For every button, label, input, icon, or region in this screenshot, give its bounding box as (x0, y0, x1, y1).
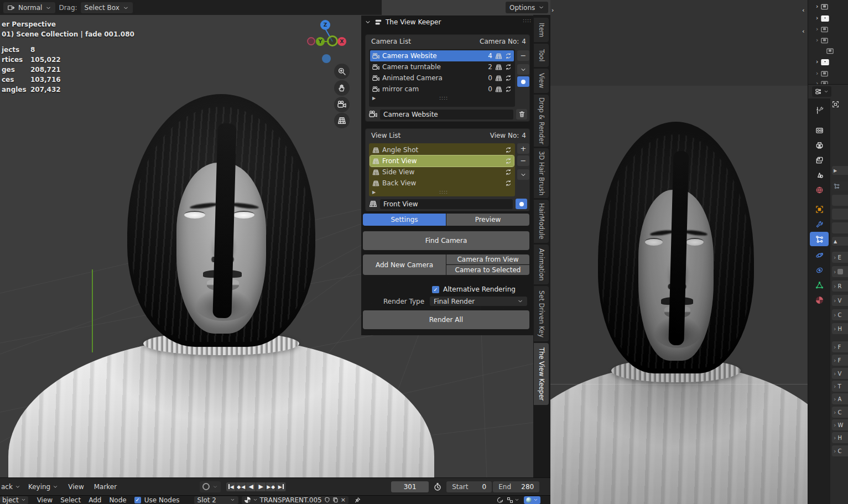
tab-hairmodule[interactable]: HairModule (534, 200, 549, 243)
render-all-button[interactable]: Render All (363, 310, 529, 329)
cut-field[interactable] (832, 195, 848, 206)
panel-grip[interactable]: :::: (523, 18, 532, 23)
gizmo-y-axis[interactable]: Y (316, 37, 325, 46)
chevron-down-icon[interactable] (253, 497, 258, 502)
outliner-row[interactable]: › (816, 57, 830, 66)
refresh-icon[interactable] (505, 147, 512, 153)
frame-start-field[interactable]: Start 0 (446, 481, 492, 492)
tab-particle-properties-active[interactable] (810, 232, 829, 246)
tab-render-properties[interactable] (810, 123, 829, 137)
pin-icon[interactable] (354, 497, 361, 503)
camera-view-button[interactable] (334, 97, 350, 112)
snap-icon[interactable] (497, 497, 503, 503)
pan-button[interactable] (334, 80, 350, 96)
view-list-menu-button[interactable] (517, 169, 529, 180)
gizmo-x-axis[interactable]: X (337, 37, 346, 46)
current-frame-field[interactable]: 301 (391, 481, 429, 492)
tab-view[interactable]: View (534, 69, 549, 93)
shading-preview-toggle[interactable] (524, 496, 540, 504)
frame-end-field[interactable]: End 280 (493, 481, 539, 492)
shader-add-menu[interactable]: Add (89, 496, 101, 504)
view-row[interactable]: Angle Shot (370, 144, 514, 155)
panel-header[interactable]: ›W (832, 419, 848, 430)
timeline-marker-menu[interactable]: Marker (94, 483, 117, 491)
tab-set-driven-key[interactable]: Set Driven Key (534, 286, 549, 341)
gizmo-x-neg-axis[interactable] (307, 37, 315, 45)
next-keyframe-button[interactable]: ▶◆ (266, 482, 276, 491)
outliner-row[interactable]: › (816, 25, 829, 33)
use-preview-range-button[interactable] (433, 482, 442, 491)
tab-output-properties[interactable] (810, 138, 829, 152)
refresh-icon[interactable] (505, 64, 512, 70)
copy-icon[interactable] (332, 497, 339, 503)
options-dropdown[interactable]: Options (506, 2, 548, 13)
camera-row[interactable]: mirror cam 0 (370, 84, 514, 95)
outliner-row[interactable]: › (816, 13, 830, 23)
view-grid-icon[interactable] (495, 86, 502, 93)
collapse-up-button[interactable]: ▲ (832, 237, 848, 246)
overlay-toggle[interactable] (507, 497, 519, 503)
panel-header[interactable]: ›F (832, 355, 848, 366)
list-resize-grip[interactable]: :::: (439, 189, 448, 195)
shader-select-menu[interactable]: Select (60, 496, 81, 504)
view-name-field[interactable]: Front View (380, 199, 513, 209)
filter-toggle[interactable]: ▶ (372, 96, 376, 101)
tab-tool[interactable]: Tool (534, 44, 549, 67)
panel-header[interactable]: ›C (832, 309, 848, 320)
use-nodes-checkbox[interactable]: ✓ (134, 497, 141, 503)
tab-world-properties[interactable] (810, 183, 829, 197)
shader-node-menu[interactable]: Node (109, 496, 126, 504)
view-row[interactable]: Back View (370, 178, 514, 189)
view-row[interactable]: Side View (370, 167, 514, 178)
tab-scene-properties[interactable] (810, 168, 829, 182)
panel-header[interactable]: ›H (832, 432, 848, 443)
panel-header[interactable]: › (832, 266, 848, 277)
panel-header[interactable]: ›E (832, 252, 848, 263)
camera-row[interactable]: Camera turntable 2 (370, 61, 514, 72)
tab-modifier-properties[interactable] (810, 217, 829, 231)
camera-active-toggle[interactable] (517, 76, 529, 87)
tab-tool-properties[interactable] (810, 103, 829, 117)
brush-mode-dropdown[interactable]: Normal (3, 2, 55, 13)
gizmo-y-neg-axis[interactable] (327, 35, 338, 46)
camera-list-menu-button[interactable] (517, 64, 529, 75)
unlink-icon[interactable]: × (341, 496, 346, 503)
view-row-selected[interactable]: Front View (370, 155, 514, 167)
playback-menu[interactable]: ack (0, 483, 20, 491)
list-resize-grip[interactable]: :::: (439, 95, 448, 101)
refresh-icon[interactable] (505, 158, 512, 164)
outliner-row[interactable]: › (816, 36, 829, 44)
camera-from-view-button[interactable]: Camera from View (446, 254, 529, 264)
cut-field[interactable] (832, 222, 848, 233)
refresh-icon[interactable] (505, 53, 512, 59)
shield-icon[interactable] (324, 497, 330, 503)
tab-animation[interactable]: Animation (534, 245, 549, 284)
view-grid-icon[interactable] (495, 53, 502, 60)
prev-keyframe-button[interactable]: ◆◀ (236, 482, 246, 491)
shader-mode-dropdown[interactable]: bject (0, 496, 28, 504)
drag-mode-dropdown[interactable]: Select Box (81, 2, 133, 13)
panel-header[interactable]: ›V (832, 368, 848, 379)
zoom-button[interactable] (334, 64, 350, 79)
tab-object-data-properties[interactable] (810, 278, 829, 292)
panel-header[interactable]: ›R (832, 280, 848, 292)
camera-row[interactable]: Animated Camera 0 (370, 72, 514, 84)
material-sphere-icon[interactable] (244, 497, 251, 503)
gizmo-z-axis[interactable]: Z (320, 20, 330, 30)
tab-3d-hair-brush[interactable]: 3D Hair Brush (534, 148, 549, 198)
tab-object-properties[interactable] (810, 202, 829, 216)
render-preview-region[interactable]: › ‹ ‹ (550, 0, 808, 504)
properties-editor-type-dropdown[interactable] (812, 86, 831, 97)
view-keeper-header[interactable]: The View Keeper (365, 18, 441, 26)
keying-menu[interactable]: Keying (28, 483, 58, 491)
panel-header[interactable]: ›C (832, 445, 848, 456)
remove-camera-button[interactable]: − (517, 50, 529, 61)
chevron-down-icon[interactable] (212, 484, 218, 490)
refresh-icon[interactable] (505, 169, 512, 175)
viewport-3d[interactable]: Normal Drag: Select Box Options er Persp… (0, 0, 550, 477)
view-active-toggle[interactable] (516, 199, 527, 209)
gizmo-z-neg-axis[interactable] (322, 54, 331, 63)
tab-view-layer-properties[interactable] (810, 153, 829, 167)
tab-the-view-keeper[interactable]: The View Keeper (534, 343, 549, 405)
camera-name-field[interactable]: Camera Website (380, 110, 513, 119)
